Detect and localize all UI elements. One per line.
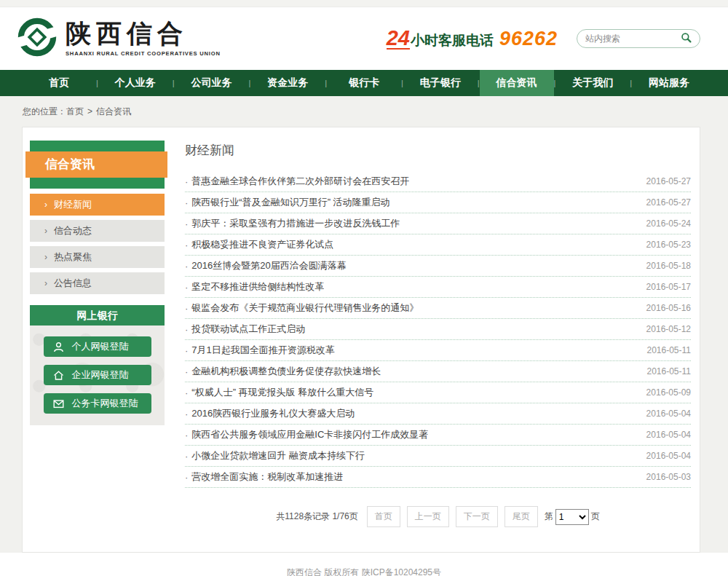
site-footer: 陕西信合 版权所有 陕ICP备10204295号 [0, 553, 728, 576]
news-link[interactable]: “权威人士” 再现党报头版 释放什么重大信号 [191, 386, 373, 399]
news-date: 2016-05-12 [646, 324, 691, 334]
bullet-dot: · [185, 387, 188, 398]
news-row: ·坚定不移推进供给侧结构性改革2016-05-17 [185, 277, 691, 298]
sidebar-menu-item-2[interactable]: ›信合动态 [30, 220, 165, 242]
main-nav: 首页|个人业务|公司业务|资金业务|银行卡|电子银行|信合资讯|关于我们|网站服… [0, 70, 728, 96]
news-link[interactable]: 普惠金融全球合作伙伴第二次外部研讨会在西安召开 [191, 175, 409, 188]
page-jump-prefix: 第 [545, 510, 553, 523]
news-link[interactable]: 2016陕西银行业服务礼仪大赛盛大启动 [191, 407, 355, 420]
search-icon [681, 32, 692, 45]
chevron-right-icon: › [44, 278, 47, 288]
sidebar-menu-item-3[interactable]: ›热点聚焦 [30, 246, 165, 268]
news-row: ·营改增全面实施：税制改革加速推进2016-05-03 [185, 467, 691, 488]
news-link[interactable]: 投贷联动试点工作正式启动 [191, 323, 305, 336]
news-row: ·陕西银行业“普及金融知识万里行” 活动隆重启动2016-05-27 [185, 192, 691, 213]
nav-tab-7-active[interactable]: 信合资讯 [480, 70, 554, 96]
main-content: 财经新闻 ·普惠金融全球合作伙伴第二次外部研讨会在西安召开2016-05-27·… [185, 141, 691, 527]
bullet-dot: · [185, 451, 188, 462]
news-date: 2016-05-23 [646, 240, 691, 250]
sidebar-menu-label: 财经新闻 [54, 199, 92, 210]
page-title: 财经新闻 [185, 142, 691, 159]
news-row: ·普惠金融全球合作伙伴第二次外部研讨会在西安召开2016-05-27 [185, 171, 691, 192]
next-page-button[interactable]: 下一页 [456, 506, 498, 527]
nav-tab-1[interactable]: 首页 [22, 70, 96, 96]
hotline-number: 96262 [499, 28, 558, 50]
sidebar-menu-item-1-active[interactable]: ›财经新闻 [30, 194, 165, 216]
news-link[interactable]: 小微企业贷款增速回升 融资成本持续下行 [191, 449, 365, 462]
ebank-button-label: 个人网银登陆 [72, 340, 129, 353]
news-link[interactable]: 陕西银行业“普及金融知识万里行” 活动隆重启动 [191, 196, 389, 209]
breadcrumb-current: 信合资讯 [96, 106, 131, 117]
bullet-dot: · [185, 176, 188, 187]
news-row: ·银监会发布《关于规范商业银行代理销售业务的通知》2016-05-16 [185, 298, 691, 319]
news-date: 2016-05-04 [646, 451, 691, 461]
news-date: 2016-05-18 [646, 261, 691, 271]
news-date: 2016-05-04 [646, 430, 691, 440]
bullet-dot: · [185, 430, 188, 441]
news-link[interactable]: 营改增全面实施：税制改革加速推进 [191, 470, 343, 484]
news-link[interactable]: 金融机构积极调整负债业务促使存款快速增长 [191, 365, 381, 378]
news-row: ·投贷联动试点工作正式启动2016-05-12 [185, 319, 691, 340]
hotline-label: 小时客服电话 [411, 31, 494, 50]
search-input[interactable] [585, 33, 681, 44]
nav-tab-9[interactable]: 网站服务 [632, 70, 706, 96]
bullet-dot: · [185, 218, 188, 229]
content-box: 信合资讯 ›财经新闻›信合动态›热点聚焦›公告信息 网上银行 个人网银登陆企业网… [22, 127, 700, 553]
ebank-panel-title: 网上银行 [30, 305, 165, 326]
news-row: ·2016丝博会暨第20届西洽会圆满落幕2016-05-18 [185, 256, 691, 277]
news-link[interactable]: 积极稳妥推进不良资产证券化试点 [191, 238, 333, 251]
breadcrumb: 您的位置：首页>信合资讯 [0, 96, 728, 127]
nav-tab-6[interactable]: 电子银行 [403, 70, 478, 96]
search-button[interactable] [681, 32, 692, 45]
nav-tab-2[interactable]: 个人业务 [98, 70, 173, 96]
sidebar-menu-label: 公告信息 [54, 277, 92, 288]
news-date: 2016-05-24 [646, 218, 691, 229]
pagination: 共1128条记录 1/76页 首页 上一页 下一页 尾页 第 1 页 [185, 506, 691, 527]
news-date: 2016-05-09 [646, 387, 691, 398]
ebank-login-button-2[interactable]: 企业网银登陆 [44, 365, 151, 385]
news-row: ·金融机构积极调整负债业务促使存款快速增长2016-05-11 [185, 361, 691, 382]
news-link[interactable]: 陕西省公共服务领域应用金融IC卡非接闪付工作成效显著 [191, 428, 428, 441]
ebank-button-label: 公务卡网银登陆 [72, 397, 138, 410]
news-date: 2016-05-11 [647, 345, 692, 355]
nav-tab-8[interactable]: 关于我们 [555, 70, 630, 96]
breadcrumb-home-link[interactable]: 首页 [66, 106, 84, 117]
page-jump-suffix: 页 [591, 510, 600, 523]
bullet-dot: · [185, 240, 188, 250]
sidebar-menu-item-4[interactable]: ›公告信息 [30, 272, 165, 294]
news-date: 2016-05-04 [646, 409, 691, 419]
nav-tab-3[interactable]: 公司业务 [175, 70, 249, 96]
news-row: ·陕西省公共服务领域应用金融IC卡非接闪付工作成效显著2016-05-04 [185, 425, 691, 446]
ebank-login-button-3[interactable]: 公务卡网银登陆 [44, 393, 151, 414]
sidebar-menu-label: 热点聚焦 [54, 251, 92, 262]
ebank-button-label: 企业网银登陆 [72, 368, 129, 382]
nav-tab-4[interactable]: 资金业务 [250, 70, 325, 96]
news-link[interactable]: 2016丝博会暨第20届西洽会圆满落幕 [191, 259, 346, 272]
logo[interactable]: 陕西信合 SHAANXI RURAL CREDIT COOPERATIVES U… [17, 17, 221, 60]
ebank-buttons: 个人网银登陆企业网银登陆公务卡网银登陆 [30, 326, 165, 425]
news-list: ·普惠金融全球合作伙伴第二次外部研讨会在西安召开2016-05-27·陕西银行业… [185, 171, 691, 488]
envelope-icon [53, 398, 64, 409]
news-row: ·“权威人士” 再现党报头版 释放什么重大信号2016-05-09 [185, 382, 691, 403]
news-date: 2016-05-16 [646, 303, 691, 313]
page-select[interactable]: 1 [555, 509, 589, 525]
ebank-panel: 网上银行 个人网银登陆企业网银登陆公务卡网银登陆 [30, 305, 165, 425]
sidebar-header: 信合资讯 [30, 141, 165, 189]
news-link[interactable]: 郭庆平：采取坚强有力措施进一步改进反洗钱工作 [191, 217, 400, 230]
news-row: ·小微企业贷款增速回升 融资成本持续下行2016-05-04 [185, 446, 691, 467]
ebank-login-button-1[interactable]: 个人网银登陆 [44, 336, 151, 357]
news-link[interactable]: 银监会发布《关于规范商业银行代理销售业务的通知》 [191, 301, 419, 315]
prev-page-button[interactable]: 上一页 [407, 506, 449, 527]
site-header: 陕西信合 SHAANXI RURAL CREDIT COOPERATIVES U… [0, 7, 728, 70]
bullet-dot: · [185, 261, 188, 272]
news-link[interactable]: 坚定不移推进供给侧结构性改革 [191, 280, 324, 293]
news-link[interactable]: 7月1日起我国全面推开资源税改革 [191, 344, 334, 357]
first-page-button[interactable]: 首页 [367, 506, 400, 527]
news-date: 2016-05-27 [646, 176, 691, 186]
person-icon [53, 342, 64, 352]
last-page-button[interactable]: 尾页 [505, 506, 538, 527]
bullet-dot: · [185, 409, 188, 419]
site-title: 陕西信合 [66, 20, 221, 47]
sidebar: 信合资讯 ›财经新闻›信合动态›热点聚焦›公告信息 网上银行 个人网银登陆企业网… [30, 141, 165, 527]
nav-tab-5[interactable]: 银行卡 [327, 70, 401, 96]
